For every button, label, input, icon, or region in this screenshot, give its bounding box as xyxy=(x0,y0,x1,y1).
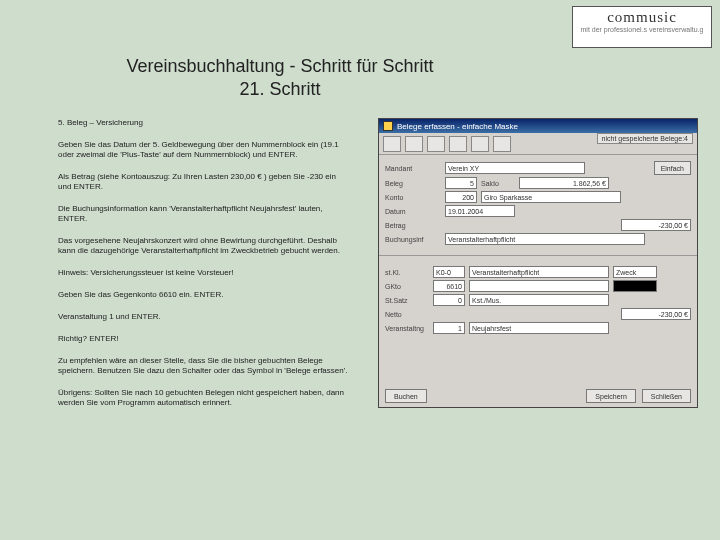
para: Veranstaltung 1 und ENTER. xyxy=(58,312,348,322)
speichern-button[interactable]: Speichern xyxy=(586,389,636,403)
page-title-line2: 21. Schritt xyxy=(0,78,560,101)
field-mandant[interactable]: Verein XY xyxy=(445,162,585,174)
label-gkto: GKto xyxy=(385,283,429,290)
instruction-text: 5. Beleg – Versicherung Geben Sie das Da… xyxy=(58,118,348,420)
label-datum: Datum xyxy=(385,208,441,215)
field-konto-name[interactable]: Giro Sparkasse xyxy=(481,191,621,203)
toolbar-button[interactable] xyxy=(471,136,489,152)
label-veranst: Veranstaltng xyxy=(385,325,429,332)
button-bar: Buchen Speichern Schließen xyxy=(379,389,697,403)
einfach-button[interactable]: Einfach xyxy=(654,161,691,175)
form-panel-upper: Mandant Verein XY Einfach Beleg 5 Saldo … xyxy=(379,155,697,251)
field-kst[interactable]: Kst./Mus. xyxy=(469,294,609,306)
window-title: Belege erfassen - einfache Maske xyxy=(397,122,518,131)
para: Richtig? ENTER! xyxy=(58,334,348,344)
label-info: Buchungsinf xyxy=(385,236,441,243)
toolbar-button[interactable] xyxy=(405,136,423,152)
logo-title: commusic xyxy=(577,9,707,26)
field-veranst-name[interactable]: Neujahrsfest xyxy=(469,322,609,334)
field-gkto-name[interactable] xyxy=(469,280,609,292)
para: Übrigens: Sollten Sie nach 10 gebuchten … xyxy=(58,388,348,408)
toolbar-button[interactable] xyxy=(427,136,445,152)
para: Als Betrag (siehe Kontoauszug: Zu Ihren … xyxy=(58,172,348,192)
field-zweck2[interactable] xyxy=(613,280,657,292)
page-title: Vereinsbuchhaltung - Schritt für Schritt… xyxy=(0,55,560,102)
field-stsatz[interactable]: 0 xyxy=(433,294,465,306)
schliessen-button[interactable]: Schließen xyxy=(642,389,691,403)
field-veranst-nr[interactable]: 1 xyxy=(433,322,465,334)
para: Zu empfehlen wäre an dieser Stelle, dass… xyxy=(58,356,348,376)
field-stkl[interactable]: K0-0 xyxy=(433,266,465,278)
field-gkto[interactable]: 6610 xyxy=(433,280,465,292)
label-stkl: st.Kl. xyxy=(385,269,429,276)
field-saldo: 1.862,56 € xyxy=(519,177,609,189)
toolbar-button[interactable] xyxy=(383,136,401,152)
buchen-button[interactable]: Buchen xyxy=(385,389,427,403)
logo-subtitle: mit der professionel.s vereinsverwaltu.g xyxy=(577,26,707,34)
field-info[interactable]: Veranstalterhaftpflicht xyxy=(445,233,645,245)
toolbar-button[interactable] xyxy=(493,136,511,152)
titlebar: Belege erfassen - einfache Maske xyxy=(379,119,697,133)
para: Hinweis: Versicherungssteuer ist keine V… xyxy=(58,268,348,278)
field-datum[interactable]: 19.01.2004 xyxy=(445,205,515,217)
para: Die Buchungsinformation kann 'Veranstalt… xyxy=(58,204,348,224)
field-netto: -230,00 € xyxy=(621,308,691,320)
field-zweck[interactable]: Zweck xyxy=(613,266,657,278)
label-saldo: Saldo xyxy=(481,180,515,187)
toolbar-button[interactable] xyxy=(449,136,467,152)
label-mandant: Mandant xyxy=(385,165,441,172)
field-stkl-name[interactable]: Veranstalterhaftpflicht xyxy=(469,266,609,278)
para: Geben Sie das Gegenkonto 6610 ein. ENTER… xyxy=(58,290,348,300)
label-stsatz: St.Satz xyxy=(385,297,429,304)
label-netto: Netto xyxy=(385,311,429,318)
label-konto: Konto xyxy=(385,194,441,201)
para-heading: 5. Beleg – Versicherung xyxy=(58,118,348,128)
tab-label[interactable]: nicht gespeicherte Belege:4 xyxy=(597,133,693,144)
label-beleg: Beleg xyxy=(385,180,441,187)
app-window: Belege erfassen - einfache Maske nicht g… xyxy=(378,118,698,408)
para: Geben Sie das Datum der 5. Geldbewegung … xyxy=(58,140,348,160)
field-betrag[interactable]: -230,00 € xyxy=(621,219,691,231)
page-title-line1: Vereinsbuchhaltung - Schritt für Schritt xyxy=(0,55,560,78)
form-panel-lower: st.Kl. K0-0 Veranstalterhaftpflicht Zwec… xyxy=(379,260,697,340)
separator xyxy=(379,255,697,256)
logo-box: commusic mit der professionel.s vereinsv… xyxy=(572,6,712,48)
field-konto-nr[interactable]: 200 xyxy=(445,191,477,203)
field-beleg[interactable]: 5 xyxy=(445,177,477,189)
para: Das vorgesehene Neujahrskonzert wird ohn… xyxy=(58,236,348,256)
label-betrag: Betrag xyxy=(385,222,441,229)
app-icon xyxy=(383,121,393,131)
